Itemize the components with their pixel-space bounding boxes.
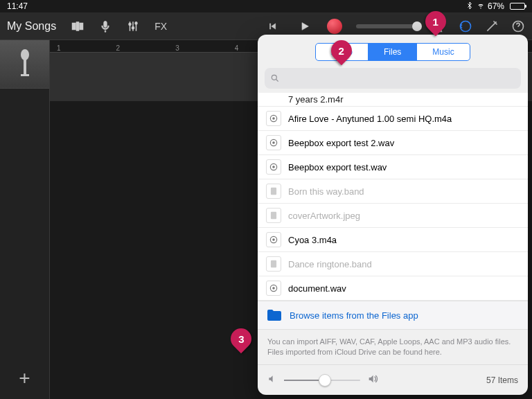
volume-high-icon	[367, 373, 378, 387]
record-button[interactable]	[327, 19, 342, 34]
search-icon	[270, 73, 280, 83]
ruler-mark: 4	[235, 44, 239, 52]
app-title-button[interactable]: My Songs	[7, 20, 56, 33]
loop-browser-button[interactable]	[459, 19, 472, 33]
ruler-mark: 1	[57, 44, 61, 52]
file-thumb-icon	[266, 256, 281, 272]
battery-icon	[507, 3, 525, 10]
rewind-button[interactable]	[262, 19, 283, 34]
svg-point-5	[135, 22, 137, 24]
scrubber[interactable]	[356, 24, 418, 28]
status-time: 11:47	[7, 1, 466, 11]
svg-point-3	[129, 23, 131, 25]
track-1[interactable]	[0, 40, 49, 89]
svg-rect-0	[73, 23, 76, 29]
svg-point-14	[273, 142, 274, 143]
help-button[interactable]	[511, 19, 525, 33]
file-row[interactable]: 7 years 2.m4r	[258, 93, 528, 107]
svg-point-7	[21, 49, 29, 60]
segment-files[interactable]: Files	[368, 44, 416, 60]
mixer-button[interactable]	[123, 17, 143, 35]
file-thumb-icon	[266, 232, 281, 247]
popover-bottom-bar: 57 Items	[258, 364, 528, 395]
file-name: document.wav	[288, 283, 346, 294]
file-name: Afire Love - Anytuned 1.00 semi HQ.m4a	[288, 114, 452, 124]
search-input[interactable]	[265, 68, 521, 89]
file-row[interactable]: Beepbox export test 2.wav	[258, 131, 528, 155]
file-row[interactable]: Dance ringtone.band	[258, 252, 528, 276]
svg-rect-9	[21, 74, 29, 76]
file-name: 7 years 2.m4r	[288, 94, 343, 105]
loop-browser-popover: Audio Files Music 7 years 2.m4rAfire Lov…	[258, 35, 528, 395]
file-row[interactable]: Born this way.band	[258, 179, 528, 204]
fx-button[interactable]: FX	[150, 18, 171, 35]
preview-volume-slider[interactable]	[284, 380, 360, 381]
ruler-mark: 2	[116, 44, 121, 52]
file-name: coverArtwork.jpeg	[288, 211, 360, 221]
play-button[interactable]	[295, 18, 314, 35]
add-track-button[interactable]: +	[0, 357, 49, 399]
svg-rect-18	[271, 212, 276, 220]
file-name: Cyoa 3.m4a	[288, 235, 337, 245]
wifi-icon	[477, 1, 485, 12]
status-bar: 11:47 67%	[0, 0, 532, 12]
track-mic-icon	[17, 49, 33, 80]
folder-icon	[266, 308, 283, 322]
svg-rect-1	[77, 22, 79, 30]
file-thumb-icon	[266, 159, 281, 175]
svg-point-4	[132, 26, 134, 28]
help-text: You can import AIFF, WAV, CAF, Apple Loo…	[258, 330, 528, 364]
browse-files-app-button[interactable]: Browse items from the Files app	[258, 301, 528, 330]
file-row[interactable]: Cyoa 3.m4a	[258, 228, 528, 252]
file-name: Born this way.band	[288, 186, 364, 197]
svg-point-12	[273, 118, 274, 119]
item-count: 57 Items	[486, 375, 518, 385]
battery-text: 67%	[488, 1, 504, 11]
file-thumb-icon	[266, 111, 281, 126]
svg-point-20	[273, 239, 274, 240]
file-list[interactable]: 7 years 2.m4rAfire Love - Anytuned 1.00 …	[258, 93, 528, 301]
mic-icon-button[interactable]	[95, 17, 116, 35]
ruler-mark: 3	[175, 44, 179, 52]
file-row[interactable]: document.wav	[258, 276, 528, 301]
svg-rect-2	[80, 23, 83, 29]
file-thumb-icon	[266, 208, 281, 223]
transport-controls	[262, 18, 342, 35]
svg-rect-21	[271, 260, 276, 268]
volume-low-icon	[267, 374, 277, 386]
svg-point-10	[272, 75, 276, 80]
bluetooth-icon	[466, 1, 474, 12]
tracks-sidebar: +	[0, 40, 50, 399]
file-row[interactable]: Afire Love - Anytuned 1.00 semi HQ.m4a	[258, 107, 528, 131]
file-thumb-icon	[266, 281, 281, 296]
file-thumb-icon	[266, 135, 281, 150]
svg-point-16	[273, 166, 274, 168]
file-row[interactable]: coverArtwork.jpeg	[258, 204, 528, 228]
browse-label: Browse items from the Files app	[290, 310, 418, 321]
svg-rect-8	[24, 59, 26, 74]
svg-point-23	[273, 287, 274, 289]
file-name: Dance ringtone.band	[288, 259, 372, 269]
file-thumb-icon	[266, 184, 281, 199]
settings-button[interactable]	[485, 19, 499, 33]
file-name: Beepbox export test 2.wav	[288, 138, 394, 148]
segment-music[interactable]: Music	[416, 44, 469, 60]
file-row[interactable]: Beepbox export test.wav	[258, 155, 528, 179]
tracks-view-button[interactable]	[67, 17, 88, 35]
svg-rect-17	[271, 188, 276, 195]
file-name: Beepbox export test.wav	[288, 162, 387, 172]
